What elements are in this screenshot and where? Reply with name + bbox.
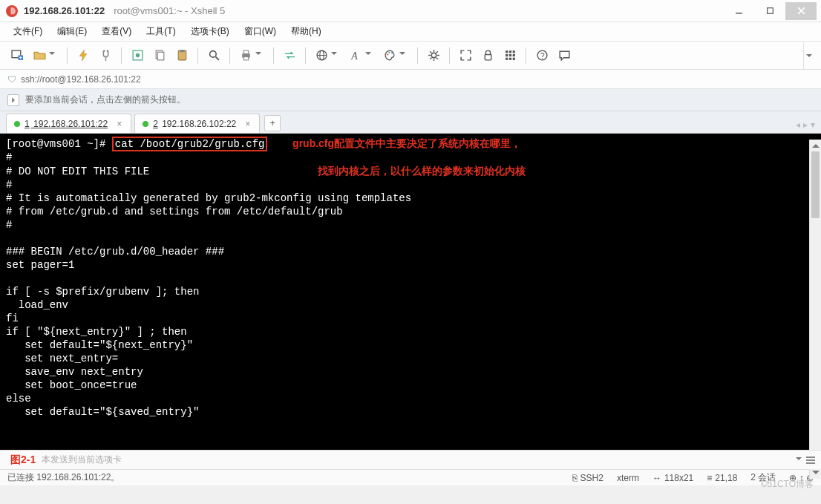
lightning-icon bbox=[77, 49, 90, 62]
minimize-button[interactable] bbox=[723, 2, 754, 20]
script-button[interactable] bbox=[424, 46, 443, 65]
color-button[interactable] bbox=[380, 46, 399, 65]
new-tab-button[interactable]: + bbox=[264, 115, 281, 131]
address-url: ssh://root@192.168.26.101:22 bbox=[21, 74, 141, 85]
lock-button[interactable] bbox=[478, 46, 497, 65]
svg-point-28 bbox=[391, 52, 393, 53]
tab-prev-icon[interactable]: ◂ bbox=[796, 120, 800, 130]
info-text: 要添加当前会话，点击左侧的箭头按钮。 bbox=[25, 94, 186, 106]
svg-point-26 bbox=[387, 53, 388, 55]
minimize-icon bbox=[735, 7, 743, 15]
find-button[interactable] bbox=[204, 46, 223, 65]
new-session-button[interactable] bbox=[7, 46, 27, 65]
toolbar-overflow[interactable] bbox=[803, 42, 814, 69]
folder-open-icon bbox=[33, 49, 46, 62]
language-button[interactable] bbox=[312, 46, 331, 65]
session-tab-1[interactable]: 1 192.168.26.101:22 × bbox=[6, 114, 131, 133]
window-subtitle: root@vms001:~ - Xshell 5 bbox=[114, 5, 225, 16]
svg-point-27 bbox=[388, 52, 390, 53]
session-tab-2[interactable]: 2 192.168.26.102:22 × bbox=[134, 114, 260, 133]
speech-bubble-icon bbox=[558, 49, 571, 62]
menu-edit[interactable]: 编辑(E) bbox=[51, 23, 93, 40]
xftp-button[interactable] bbox=[280, 46, 299, 65]
svg-line-34 bbox=[430, 51, 431, 53]
close-button[interactable] bbox=[785, 2, 817, 20]
paste-icon bbox=[176, 49, 189, 62]
tab-close-icon[interactable]: × bbox=[245, 119, 250, 129]
open-button[interactable] bbox=[30, 46, 49, 65]
size-icon: ↔ bbox=[652, 473, 661, 483]
svg-line-37 bbox=[430, 58, 431, 59]
compose-menu-icon[interactable] bbox=[806, 456, 815, 464]
properties-button[interactable] bbox=[128, 46, 147, 65]
watermark: ©51CTO博客 bbox=[761, 478, 814, 491]
copy-button[interactable] bbox=[150, 46, 169, 65]
terminal-output[interactable]: [root@vms001 ~]# cat /boot/grub2/grub.cf… bbox=[0, 134, 821, 450]
svg-line-36 bbox=[436, 51, 437, 53]
reconnect-button[interactable] bbox=[73, 46, 93, 65]
close-icon bbox=[797, 7, 805, 15]
menu-help[interactable]: 帮助(H) bbox=[285, 23, 327, 40]
menu-window[interactable]: 窗口(W) bbox=[238, 23, 282, 40]
app-icon bbox=[6, 5, 18, 17]
svg-text:?: ? bbox=[540, 51, 544, 60]
fullscreen-icon bbox=[459, 49, 472, 62]
help-button[interactable]: ? bbox=[532, 46, 552, 65]
menu-tools[interactable]: 工具(T) bbox=[140, 23, 181, 40]
maximize-icon bbox=[766, 7, 774, 15]
properties-icon bbox=[131, 49, 144, 62]
menu-tabs[interactable]: 选项卡(B) bbox=[185, 23, 235, 40]
new-window-icon bbox=[11, 49, 24, 62]
palette-icon bbox=[384, 49, 396, 62]
svg-rect-45 bbox=[506, 58, 508, 60]
tab-strip: 1 192.168.26.101:22 × 2 192.168.26.102:2… bbox=[0, 111, 821, 134]
status-dot-icon bbox=[14, 121, 20, 127]
scrollbar-thumb[interactable] bbox=[811, 151, 820, 218]
svg-rect-20 bbox=[243, 50, 248, 53]
paste-button[interactable] bbox=[172, 46, 192, 65]
address-bar[interactable]: 🛡 ssh://root@192.168.26.101:22 bbox=[0, 70, 821, 89]
tab-label: 192.168.26.102:22 bbox=[162, 119, 236, 129]
tab-nav: ◂ ▸ ▾ bbox=[796, 120, 815, 133]
scroll-up-icon[interactable] bbox=[810, 140, 821, 151]
tab-list-icon[interactable]: ▾ bbox=[811, 120, 815, 130]
feedback-button[interactable] bbox=[555, 46, 574, 65]
figure-label: 图2-1 bbox=[10, 454, 36, 467]
svg-line-18 bbox=[215, 57, 218, 60]
printer-icon bbox=[240, 49, 252, 62]
svg-rect-1 bbox=[767, 8, 773, 14]
status-term: xterm bbox=[617, 473, 639, 483]
disconnect-button[interactable] bbox=[96, 46, 115, 65]
tab-close-icon[interactable]: × bbox=[117, 119, 122, 129]
svg-rect-46 bbox=[508, 58, 511, 60]
menu-file[interactable]: 文件(F) bbox=[7, 23, 48, 40]
status-bar: 已连接 192.168.26.101:22。 ⎘SSH2 xterm ↔118x… bbox=[0, 469, 821, 485]
keypad-button[interactable] bbox=[500, 46, 520, 65]
compose-bar[interactable]: 图2-1 本发送到当前选项卡 bbox=[0, 450, 821, 469]
font-button[interactable]: A bbox=[346, 46, 365, 65]
vertical-scrollbar[interactable] bbox=[809, 140, 821, 479]
gear-icon bbox=[428, 49, 440, 62]
status-dot-icon bbox=[143, 121, 148, 127]
status-connection: 已连接 192.168.26.101:22。 bbox=[7, 471, 120, 484]
add-session-arrow[interactable] bbox=[7, 94, 19, 106]
globe-icon bbox=[315, 49, 328, 62]
svg-rect-41 bbox=[512, 50, 514, 53]
print-button[interactable] bbox=[236, 46, 255, 65]
svg-point-17 bbox=[209, 51, 216, 58]
maximize-button[interactable] bbox=[754, 2, 785, 20]
svg-rect-44 bbox=[512, 54, 514, 56]
compose-dropdown-icon[interactable] bbox=[796, 457, 802, 463]
menu-view[interactable]: 查看(V) bbox=[96, 23, 137, 40]
svg-rect-21 bbox=[243, 57, 248, 60]
shield-icon: 🛡 bbox=[7, 74, 16, 85]
svg-rect-14 bbox=[157, 52, 164, 60]
svg-rect-38 bbox=[485, 54, 491, 59]
svg-point-29 bbox=[431, 53, 436, 57]
copy-icon bbox=[154, 49, 166, 62]
tab-next-icon[interactable]: ▸ bbox=[803, 120, 808, 130]
fullscreen-button[interactable] bbox=[456, 46, 475, 65]
annotation-line2: 找到内核之后，以什么样的参数来初始化内核 bbox=[318, 165, 526, 177]
transfer-icon bbox=[284, 49, 296, 62]
window-controls bbox=[723, 2, 817, 20]
